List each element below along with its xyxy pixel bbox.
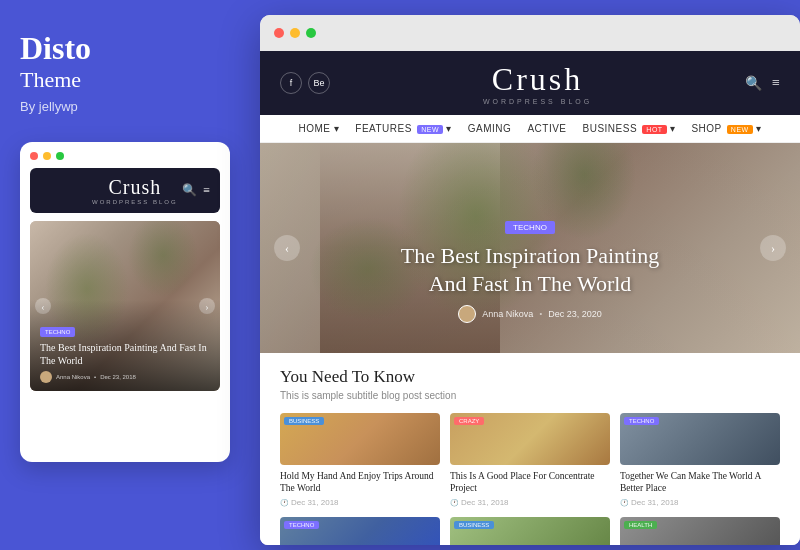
- mobile-header: Crush WORDPRESS BLOG 🔍 ≡: [30, 168, 220, 213]
- mobile-dots: [30, 152, 220, 160]
- card-1-date: Dec 31, 2018: [280, 498, 440, 507]
- hero-author-name: Anna Nikova: [482, 309, 533, 319]
- cards-row1: BUSINESS Hold My Hand And Enjoy Trips Ar…: [280, 413, 780, 507]
- card-2-date: Dec 31, 2018: [450, 498, 610, 507]
- browser-bar: [260, 15, 800, 51]
- mobile-preview: Crush WORDPRESS BLOG 🔍 ≡ ‹ › TECHNO The …: [20, 142, 230, 462]
- card-6-img: HEALTH: [620, 517, 780, 545]
- site-crush-title: Crush: [483, 61, 592, 98]
- mobile-hero-title: The Best Inspiration Painting And Fast I…: [40, 341, 210, 367]
- nav-home[interactable]: HOME ▾: [299, 123, 340, 134]
- hero-slider: ‹ › TECHNO The Best Inspiration Painting…: [260, 143, 800, 353]
- mobile-author-name: Anna Nikova: [56, 374, 90, 380]
- site-logo-area: Crush WORDPRESS BLOG: [483, 61, 592, 105]
- card-3-img: TECHNO: [620, 413, 780, 465]
- hero-techno-badge: TECHNO: [505, 221, 555, 234]
- mobile-author-date: Dec 23, 2018: [100, 374, 136, 380]
- hero-date: Dec 23, 2020: [548, 309, 602, 319]
- site-search-icon[interactable]: 🔍: [745, 75, 762, 92]
- card-3-title: Together We Can Make The World A Better …: [620, 470, 780, 495]
- nav-features[interactable]: FEATURES NEW ▾: [355, 123, 452, 134]
- hero-content: TECHNO The Best Inspiration Painting And…: [395, 216, 665, 323]
- brand-by: By jellywp: [20, 99, 220, 114]
- mobile-crush-title: Crush: [87, 176, 182, 199]
- site-social: f Be: [280, 72, 330, 94]
- card-5-img: BUSINESS: [450, 517, 610, 545]
- dot-yellow: [43, 152, 51, 160]
- nav-gaming[interactable]: GAMING: [468, 123, 512, 134]
- site-crush-sub: WORDPRESS BLOG: [483, 98, 592, 105]
- card-1[interactable]: BUSINESS Hold My Hand And Enjoy Trips Ar…: [280, 413, 440, 507]
- mobile-techno-badge: TECHNO: [40, 327, 75, 337]
- features-badge: NEW: [417, 125, 443, 134]
- dot-red: [30, 152, 38, 160]
- mobile-menu-icon: ≡: [203, 183, 210, 198]
- card-2-title: This Is A Good Place For Concentrate Pro…: [450, 470, 610, 495]
- nav-business[interactable]: BUSINESS HOT ▾: [583, 123, 676, 134]
- left-panel: Disto Theme By jellywp Crush WORDPRESS B…: [0, 0, 240, 550]
- card-3[interactable]: TECHNO Together We Can Make The World A …: [620, 413, 780, 507]
- mobile-crush-sub: WORDPRESS BLOG: [87, 199, 182, 205]
- mobile-header-icons: 🔍 ≡: [182, 183, 210, 198]
- hero-next-arrow[interactable]: ›: [760, 235, 786, 261]
- card-5[interactable]: BUSINESS Best Lighting For Outdoor Photo…: [450, 517, 610, 545]
- card-1-badge: BUSINESS: [284, 417, 324, 425]
- facebook-icon[interactable]: f: [280, 72, 302, 94]
- site-header: f Be Crush WORDPRESS BLOG 🔍 ≡: [260, 51, 800, 115]
- card-2-badge: CRAZY: [454, 417, 484, 425]
- hero-title: The Best Inspiration Painting And Fast I…: [395, 242, 665, 299]
- card-3-date: Dec 31, 2018: [620, 498, 780, 507]
- section-title: You Need To Know: [280, 367, 780, 387]
- brand-name: Disto: [20, 30, 91, 66]
- blog-section: You Need To Know This is sample subtitle…: [260, 353, 800, 545]
- section-subtitle: This is sample subtitle blog post sectio…: [280, 390, 780, 401]
- card-4-badge: TECHNO: [284, 521, 319, 529]
- hero-sep: •: [539, 309, 542, 319]
- mobile-hero-overlay: TECHNO The Best Inspiration Painting And…: [30, 300, 220, 391]
- dot-green: [56, 152, 64, 160]
- site-header-icons: 🔍 ≡: [745, 75, 780, 92]
- card-4-img: TECHNO: [280, 517, 440, 545]
- card-1-title: Hold My Hand And Enjoy Trips Around The …: [280, 470, 440, 495]
- site-nav: HOME ▾ FEATURES NEW ▾ GAMING ACTIVE BUSI…: [260, 115, 800, 143]
- hero-avatar: [458, 305, 476, 323]
- card-6-badge: HEALTH: [624, 521, 657, 529]
- nav-shop[interactable]: SHOP NEW ▾: [691, 123, 761, 134]
- card-2[interactable]: CRAZY This Is A Good Place For Concentra…: [450, 413, 610, 507]
- brand-title: Disto Theme By jellywp: [20, 30, 220, 114]
- card-2-img: CRAZY: [450, 413, 610, 465]
- browser-dot-green: [306, 28, 316, 38]
- business-badge: HOT: [642, 125, 666, 134]
- cards-row2: TECHNO Relaxing With Nice View After Enj…: [280, 517, 780, 545]
- hero-prev-arrow[interactable]: ‹: [274, 235, 300, 261]
- card-6[interactable]: HEALTH New Skill With The Height Quality…: [620, 517, 780, 545]
- site-menu-icon[interactable]: ≡: [772, 75, 780, 92]
- mobile-hero: ‹ › TECHNO The Best Inspiration Painting…: [30, 221, 220, 391]
- behance-icon[interactable]: Be: [308, 72, 330, 94]
- mobile-hero-author: Anna Nikova • Dec 23, 2018: [40, 371, 210, 383]
- browser-window: f Be Crush WORDPRESS BLOG 🔍 ≡ HOME ▾ FEA…: [260, 15, 800, 545]
- mobile-author-sep: •: [94, 374, 96, 380]
- browser-dot-yellow: [290, 28, 300, 38]
- nav-active[interactable]: ACTIVE: [527, 123, 566, 134]
- card-5-badge: BUSINESS: [454, 521, 494, 529]
- mobile-search-icon: 🔍: [182, 183, 197, 198]
- card-4[interactable]: TECHNO Relaxing With Nice View After Enj…: [280, 517, 440, 545]
- browser-dot-red: [274, 28, 284, 38]
- mobile-avatar: [40, 371, 52, 383]
- hero-author-row: Anna Nikova • Dec 23, 2020: [395, 305, 665, 323]
- theme-label: Theme: [20, 67, 220, 93]
- shop-badge: NEW: [727, 125, 753, 134]
- card-1-img: BUSINESS: [280, 413, 440, 465]
- card-3-badge: TECHNO: [624, 417, 659, 425]
